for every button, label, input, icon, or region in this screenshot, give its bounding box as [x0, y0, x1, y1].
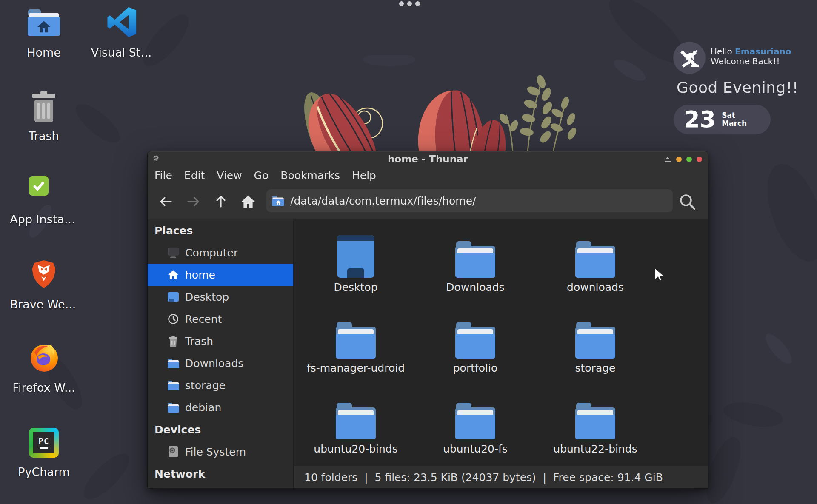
thunar-window: ⚙ home - Thunar File Edit View Go Bookma…: [147, 151, 708, 489]
desktop: { "screen": { "overflow_dots": "⋯" }, "d…: [0, 0, 817, 504]
folder-icon: [575, 241, 615, 278]
house-glyph-icon: [37, 20, 51, 33]
wallpaper-illustration: [264, 55, 596, 151]
sidebar-header-places: Places: [148, 219, 293, 242]
date-month: March: [722, 119, 747, 128]
file-item-desktop[interactable]: Desktop: [305, 233, 407, 307]
desktop-folder-icon: [337, 235, 374, 278]
sidebar-item-label: Trash: [185, 335, 213, 347]
pycharm-icon: PC: [29, 428, 59, 458]
sidebar-item-desktop[interactable]: Desktop: [148, 286, 293, 308]
brave-desktop-icon[interactable]: [31, 259, 57, 289]
folder-icon: [455, 241, 495, 278]
username: Emasuriano: [735, 46, 791, 57]
file-name: ubuntu20-binds: [314, 443, 397, 455]
minimize-button[interactable]: [676, 157, 682, 162]
desktop-icon-label[interactable]: Brave We...: [10, 298, 76, 311]
file-item-ubuntu20-fs[interactable]: ubuntu20-fs: [424, 395, 526, 468]
file-item-ubuntu22-binds[interactable]: ubuntu22-binds: [544, 395, 646, 468]
home-desktop-icon[interactable]: [28, 9, 60, 36]
firefox-icon: [29, 342, 59, 373]
sidebar-item-trash[interactable]: Trash: [148, 330, 293, 352]
sidebar-item-label: debian: [185, 401, 221, 414]
sidebar-item-downloads[interactable]: Downloads: [148, 352, 293, 374]
avatar: [673, 42, 706, 74]
desktop-icon-label[interactable]: App Insta...: [10, 213, 75, 226]
sidebar-item-file-system[interactable]: File System: [148, 441, 293, 463]
menu-go[interactable]: Go: [248, 169, 275, 182]
overflow-dots-icon[interactable]: [399, 1, 420, 6]
shade-button[interactable]: [665, 157, 671, 162]
app-installer-desktop-icon[interactable]: [29, 176, 49, 196]
file-name: ubuntu20-fs: [443, 443, 508, 455]
file-item-downloads[interactable]: downloads: [544, 233, 646, 307]
file-name: downloads: [567, 281, 624, 293]
home-button[interactable]: [240, 193, 257, 210]
folder-icon: [28, 9, 60, 36]
folder-icon: [336, 403, 376, 439]
menu-bookmarks[interactable]: Bookmarks: [274, 169, 346, 182]
desktop-icon-label[interactable]: Visual St...: [91, 46, 152, 59]
path-bar[interactable]: [266, 189, 673, 212]
desktop-icon-label[interactable]: PyCharm: [18, 465, 70, 478]
close-button[interactable]: [697, 157, 702, 162]
folder-icon: [575, 322, 615, 359]
folder-icon: [167, 381, 179, 390]
file-name: Downloads: [446, 281, 504, 293]
sidebar-header-devices: Devices: [148, 419, 293, 441]
desktop-icon-label[interactable]: Home: [27, 46, 61, 59]
file-name: portfolio: [453, 362, 498, 374]
desktop-icon: [167, 292, 179, 302]
sidebar-item-label: storage: [185, 379, 226, 392]
sidebar-item-debian[interactable]: debian: [148, 396, 293, 419]
back-button[interactable]: [157, 193, 174, 210]
file-item-storage[interactable]: storage: [544, 314, 646, 387]
file-item-Downloads[interactable]: Downloads: [424, 233, 526, 307]
file-name: Desktop: [334, 281, 377, 293]
firefox-desktop-icon[interactable]: [29, 342, 59, 373]
file-item-fs-manager-udroid[interactable]: fs-manager-udroid: [305, 314, 407, 387]
file-name: ubuntu22-binds: [553, 443, 637, 455]
vscode-icon: [106, 7, 138, 37]
window-title: home - Thunar: [148, 154, 708, 165]
folder-icon: [167, 403, 179, 413]
file-item-portfolio[interactable]: portfolio: [424, 314, 526, 387]
vscode-desktop-icon[interactable]: [106, 7, 138, 37]
clock-icon: [167, 313, 179, 325]
file-name: storage: [575, 362, 616, 374]
up-button[interactable]: [212, 193, 229, 210]
date-day: 23: [684, 108, 716, 131]
toolbar: [148, 184, 708, 219]
house-icon: [167, 270, 179, 280]
trash-desktop-icon[interactable]: [31, 91, 57, 122]
sidebar-item-recent[interactable]: Recent: [148, 308, 293, 330]
desktop-icon-label[interactable]: Trash: [29, 129, 59, 142]
menu-file[interactable]: File: [149, 169, 178, 182]
trash-icon: [167, 336, 179, 347]
sidebar-header-network: Network: [148, 463, 293, 485]
path-folder-icon: [272, 196, 284, 206]
folder-icon: [167, 359, 179, 368]
hello-label: Hello: [711, 46, 732, 57]
menu-edit[interactable]: Edit: [178, 169, 211, 182]
welcome-back-label: Welcome Back!!: [711, 57, 791, 66]
menu-help[interactable]: Help: [346, 169, 382, 182]
sidebar-item-label: Downloads: [185, 357, 243, 370]
path-input[interactable]: [289, 194, 667, 208]
pycharm-desktop-icon[interactable]: PC: [29, 428, 59, 458]
maximize-button[interactable]: [686, 157, 692, 162]
sidebar-item-home[interactable]: home: [148, 264, 293, 286]
welcome-text: Hello Emasuriano Welcome Back!!: [711, 47, 791, 66]
desktop-icon-label[interactable]: Firefox W...: [12, 381, 75, 394]
checkmark-icon: [29, 176, 49, 196]
forward-button[interactable]: [185, 193, 202, 210]
titlebar[interactable]: ⚙ home - Thunar: [148, 151, 708, 167]
date-widget: 23 Sat March: [674, 105, 771, 134]
sidebar-item-computer[interactable]: Computer: [148, 242, 293, 264]
sidebar-item-storage[interactable]: storage: [148, 374, 293, 396]
trash-icon: [31, 91, 57, 122]
search-icon[interactable]: [678, 192, 697, 211]
file-item-ubuntu20-binds[interactable]: ubuntu20-binds: [305, 395, 407, 468]
drive-icon: [167, 446, 179, 458]
menu-view[interactable]: View: [211, 169, 248, 182]
